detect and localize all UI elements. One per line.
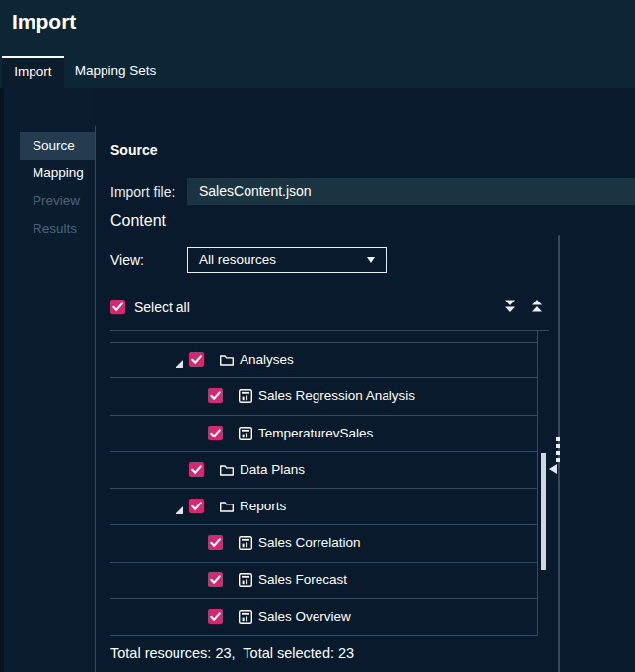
collapse-all-icon[interactable] <box>529 299 545 314</box>
tree-row[interactable]: Sales Forecast <box>110 563 537 599</box>
import-dialog: Import Import Mapping Sets Source Mappin… <box>0 0 635 672</box>
expand-all-icon[interactable] <box>502 299 518 314</box>
tree-checkbox[interactable] <box>189 499 204 513</box>
tab-bar: Import Mapping Sets <box>0 56 635 88</box>
resource-icon <box>238 535 253 551</box>
totals-text: Total resources: 23, Total selected: 23 <box>110 645 354 661</box>
import-file-label: Import file: <box>110 184 175 200</box>
tree-checkbox[interactable] <box>208 535 223 550</box>
sidebar-item-preview: Preview <box>20 187 95 215</box>
select-all-checkbox[interactable] <box>110 300 125 314</box>
resource-icon <box>238 388 253 404</box>
chevron-down-icon <box>367 257 375 263</box>
sidebar-item-results: Results <box>20 215 95 242</box>
folder-icon <box>219 352 235 368</box>
tree-item-label: Sales Correlation <box>258 535 361 550</box>
folder-icon <box>219 462 235 478</box>
tree-checkbox[interactable] <box>208 609 223 624</box>
resource-icon <box>238 609 253 625</box>
tree-row[interactable]: Sales Regression Analysis <box>110 378 537 415</box>
tree-expand-icon[interactable] <box>175 355 184 365</box>
tree-checkbox[interactable] <box>208 572 223 587</box>
tree-item-label: TemperaturevSales <box>258 426 373 440</box>
import-file-value: SalesContent.json <box>199 178 312 205</box>
tree-checkbox[interactable] <box>189 462 204 477</box>
view-dropdown-value: All resources <box>199 248 276 272</box>
tab-import[interactable]: Import <box>2 56 64 88</box>
view-label: View: <box>110 252 144 268</box>
resource-icon <box>238 572 253 588</box>
vertical-scrollbar[interactable] <box>541 453 546 570</box>
tree-item-label: Data Plans <box>240 462 305 477</box>
tree-item-label: Analyses <box>240 352 294 367</box>
list-right-border <box>537 330 538 636</box>
tree-item-label: Sales Forecast <box>258 572 347 587</box>
tree-row[interactable]: Analyses <box>110 342 537 378</box>
resource-icon <box>238 426 253 441</box>
select-all-label: Select all <box>134 300 190 315</box>
tree-checkbox[interactable] <box>208 388 223 403</box>
sidebar-item-mapping[interactable]: Mapping <box>20 160 95 187</box>
sidebar-item-source[interactable]: Source <box>20 132 95 160</box>
tree-row[interactable]: Sales Overview <box>110 599 537 636</box>
tree-item-label: Sales Overview <box>258 609 351 624</box>
tree-row[interactable]: Sales Correlation <box>110 525 537 562</box>
view-dropdown[interactable]: All resources <box>187 247 387 273</box>
splitter-grip-icon[interactable] <box>556 437 561 463</box>
tree-item-label: Sales Regression Analysis <box>258 388 415 403</box>
tab-mapping-sets[interactable]: Mapping Sets <box>64 56 167 88</box>
tree-expand-icon[interactable] <box>175 502 184 511</box>
folder-icon <box>219 499 235 514</box>
dialog-header: Import <box>0 0 635 56</box>
tree-row[interactable]: Data Plans <box>110 452 537 489</box>
tree-item-label: Reports <box>240 499 286 513</box>
resource-tree: AnalysesSales Regression AnalysisTempera… <box>110 342 537 636</box>
tree-checkbox[interactable] <box>189 352 204 367</box>
tree-row[interactable]: Reports <box>110 489 537 525</box>
sidebar-divider <box>95 126 96 672</box>
import-file-field[interactable]: SalesContent.json <box>187 178 635 205</box>
tree-row[interactable]: TemperaturevSales <box>110 416 537 452</box>
tree-checkbox[interactable] <box>208 426 223 440</box>
collapse-panel-icon[interactable] <box>549 464 557 474</box>
checkmark-icon <box>110 300 125 314</box>
page-title: Import <box>12 10 76 34</box>
content-heading: Content <box>110 212 166 230</box>
source-heading: Source <box>110 142 157 158</box>
